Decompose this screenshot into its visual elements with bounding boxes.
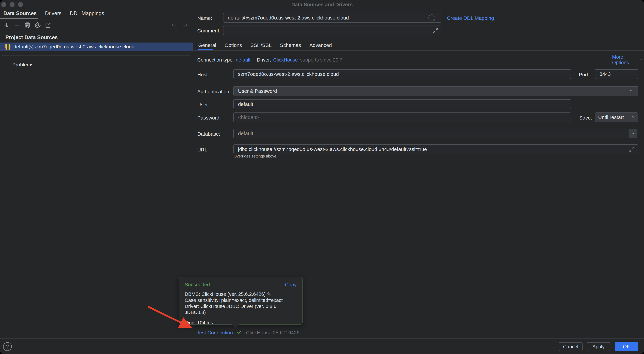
driver-hint: supports since 20.7: [300, 57, 342, 63]
user-label: User:: [197, 102, 209, 108]
back-arrow-icon[interactable]: [170, 22, 178, 29]
test-connection-link[interactable]: Test Connection: [197, 330, 233, 335]
url-label: URL:: [197, 147, 209, 153]
authentication-value: User & Password: [238, 88, 277, 94]
sidebar-item-problems[interactable]: Problems: [12, 62, 34, 68]
add-icon[interactable]: [3, 22, 10, 29]
url-hint: Overrides settings above: [234, 154, 276, 158]
connection-tabs: General Options SSH/SSL Schemas Advanced: [198, 42, 332, 48]
sidebar-tabs-separator: [0, 19, 193, 19]
tab-general[interactable]: General: [198, 42, 216, 48]
more-options[interactable]: More Options: [612, 57, 644, 63]
port-input[interactable]: [595, 69, 638, 79]
gear-icon[interactable]: [34, 22, 41, 29]
color-picker-circle[interactable]: [428, 15, 435, 21]
status-badge: Succeeded: [185, 282, 210, 287]
save-value: Until restart: [598, 114, 624, 120]
database-combobox[interactable]: default: [233, 129, 638, 138]
success-check-icon: [236, 329, 242, 336]
data-source-name: default@szm7oqed0o.us-west-2.aws.clickho…: [14, 44, 134, 50]
password-label: Password:: [197, 115, 221, 121]
sidebar: Data Sources Drivers DDL Mappings: [0, 0, 193, 354]
open-in-new-icon[interactable]: [44, 22, 52, 29]
help-icon[interactable]: ?: [3, 342, 12, 351]
tab-drivers[interactable]: Drivers: [45, 11, 62, 19]
expand-comment-icon[interactable]: [432, 27, 439, 34]
test-connection-row: Test Connection ClickHouse 25.6.2.6426: [197, 329, 300, 336]
name-label: Name:: [197, 15, 212, 21]
forward-arrow-icon[interactable]: [181, 22, 189, 29]
apply-button[interactable]: Apply: [586, 342, 610, 351]
url-input[interactable]: [233, 144, 638, 154]
popup-line-dbms: DBMS: ClickHouse (ver. 25.6.2.6426)✎: [185, 291, 297, 297]
chevron-down-icon: [631, 114, 636, 120]
tab-data-sources[interactable]: Data Sources: [3, 11, 36, 19]
popup-ping: Ping: 104 ms: [185, 320, 297, 326]
tab-schemas[interactable]: Schemas: [280, 42, 301, 48]
comment-input[interactable]: [223, 26, 441, 35]
footer-separator: [0, 338, 644, 338]
tab-options[interactable]: Options: [225, 42, 242, 48]
test-connection-popup: Succeeded Copy DBMS: ClickHouse (ver. 25…: [179, 277, 303, 325]
driver-value[interactable]: ClickHouse: [273, 57, 298, 63]
password-input[interactable]: [233, 112, 571, 122]
host-label: Host:: [197, 72, 209, 78]
connection-type-row: Connection type: default Driver: ClickHo…: [197, 57, 342, 63]
connection-type-value[interactable]: default: [236, 57, 250, 63]
connection-type-label: Connection type:: [197, 57, 234, 63]
data-sources-dialog: Data Sources and Drivers Data Sources Dr…: [0, 0, 644, 354]
database-value: default: [238, 131, 253, 136]
list-divider: [2, 56, 190, 56]
user-input[interactable]: [233, 99, 571, 109]
cancel-button[interactable]: Cancel: [559, 342, 582, 351]
database-label: Database:: [197, 131, 220, 137]
duplicate-icon[interactable]: [24, 22, 31, 29]
copy-link[interactable]: Copy: [285, 282, 297, 287]
save-label: Save:: [579, 115, 592, 121]
chevron-down-icon: [628, 88, 634, 94]
tab-advanced[interactable]: Advanced: [310, 42, 332, 48]
history-nav: [170, 22, 189, 29]
form-tabs-separator: [193, 50, 644, 51]
project-data-sources-header: Project Data Sources: [5, 35, 58, 41]
name-input[interactable]: [223, 13, 441, 23]
more-options-label[interactable]: More Options: [612, 54, 637, 65]
tab-ddl-mappings[interactable]: DDL Mappings: [70, 11, 104, 19]
expand-url-icon[interactable]: [628, 146, 635, 153]
data-source-list-item[interactable]: default@szm7oqed0o.us-west-2.aws.clickho…: [0, 43, 193, 51]
driver-label: Driver:: [257, 57, 271, 63]
annotation-arrow: [143, 302, 196, 332]
port-label: Port:: [579, 72, 590, 78]
host-input[interactable]: [233, 69, 571, 79]
sidebar-tabs: Data Sources Drivers DDL Mappings: [3, 11, 104, 19]
test-result-text: ClickHouse 25.6.2.6426: [246, 330, 300, 335]
authentication-select[interactable]: User & Password: [233, 86, 638, 96]
tab-ssh-ssl[interactable]: SSH/SSL: [250, 42, 272, 48]
edit-icon[interactable]: ✎: [267, 291, 271, 297]
create-ddl-mapping-link[interactable]: Create DDL Mapping: [447, 15, 494, 21]
authentication-label: Authentication:: [197, 89, 230, 94]
clickhouse-icon: [5, 44, 11, 50]
chevron-down-icon[interactable]: [628, 129, 637, 138]
remove-icon[interactable]: [13, 22, 20, 29]
popup-line-case-sensitivity: Case sensitivity: plain=exact, delimited…: [185, 297, 297, 303]
comment-label: Comment:: [197, 28, 220, 34]
sidebar-toolbar: [3, 22, 52, 29]
ok-button[interactable]: OK: [614, 342, 638, 351]
popup-line-driver: Driver: ClickHouse JDBC Driver (ver. 0.8…: [185, 303, 297, 315]
chevron-down-icon: [639, 57, 644, 63]
save-select[interactable]: Until restart: [595, 112, 638, 122]
